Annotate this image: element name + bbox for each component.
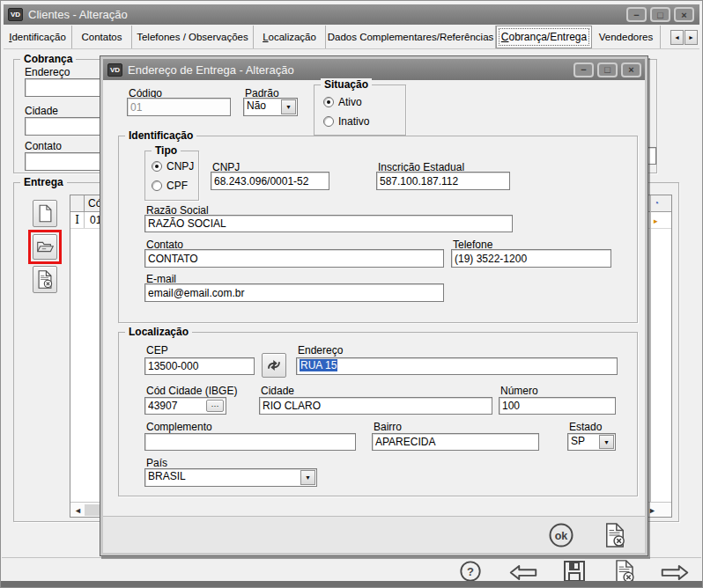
grid-selector-header	[70, 195, 85, 211]
ellipsis-icon: ···	[211, 403, 219, 408]
tab-identificacao[interactable]: Identificação	[4, 26, 72, 48]
svg-text:?: ?	[467, 565, 474, 578]
open-folder-icon	[37, 240, 54, 254]
tab-scroll-right-icon[interactable]: ►	[684, 30, 698, 45]
ok-circle-icon: ok	[548, 522, 574, 548]
clientes-window: VD Clientes - Alteração − □ × Identifica…	[0, 0, 703, 588]
identificacao-group-title: Identificação	[125, 129, 196, 142]
tipo-groupbox: Tipo CNPJ CPF	[144, 151, 199, 201]
cnpj-radio-row[interactable]: CNPJ	[152, 160, 194, 173]
app-logo-icon: VD	[8, 8, 23, 21]
chevron-down-icon[interactable]: ▼	[281, 99, 296, 114]
help-icon: ?	[459, 560, 482, 583]
forward-arrow-icon	[659, 564, 691, 581]
save-button[interactable]	[562, 560, 587, 583]
tab-bar: Identificação Contatos Telefones / Obser…	[4, 26, 699, 49]
situacao-group-title: Situação	[321, 78, 372, 91]
ativo-radio-row[interactable]: Ativo	[323, 96, 362, 108]
ativo-radio[interactable]	[323, 97, 334, 107]
window-bottom-edge	[1, 581, 702, 587]
grid-partial-column-icon: ◔	[654, 198, 659, 208]
cidade-input[interactable]	[259, 397, 492, 415]
telefone-input[interactable]	[451, 249, 611, 268]
minimize-button[interactable]: −	[626, 7, 647, 22]
cod-cidade-browse-button[interactable]: ···	[206, 400, 224, 412]
inativo-radio-label: Inativo	[338, 115, 369, 128]
contato-input[interactable]	[144, 249, 444, 268]
chevron-down-icon[interactable]: ▼	[599, 435, 614, 449]
cobranca-contato-label: Contato	[25, 140, 62, 152]
bairro-label: Bairro	[374, 421, 402, 433]
dialog-close-button[interactable]: ×	[621, 62, 641, 77]
cobranca-cidade-label: Cidade	[25, 105, 58, 117]
tab-localizacao[interactable]: Localização	[254, 26, 326, 48]
endereco-label: Endereço	[298, 344, 343, 356]
complemento-input[interactable]	[144, 433, 356, 451]
numero-label: Número	[500, 385, 538, 397]
cidade-label: Cidade	[261, 385, 294, 397]
estado-select[interactable]: SP ▼	[567, 433, 616, 451]
padrao-select[interactable]: Não ▼	[243, 98, 298, 116]
entrega-open-button[interactable]	[33, 234, 57, 260]
pais-label: País	[146, 457, 167, 469]
text-cursor-icon: I	[70, 212, 85, 228]
inativo-radio-row[interactable]: Inativo	[323, 115, 369, 128]
cpf-radio[interactable]	[152, 180, 162, 191]
endereco-input[interactable]: RUA 15	[296, 357, 618, 375]
bairro-input[interactable]	[372, 433, 539, 451]
entrega-new-button[interactable]	[33, 200, 57, 227]
maximize-button[interactable]: □	[650, 7, 670, 22]
entrega-delete-button[interactable]	[33, 266, 57, 293]
complemento-label: Complemento	[146, 421, 212, 433]
cnpj-radio[interactable]	[152, 161, 162, 172]
scroll-left-icon[interactable]: ◄	[71, 503, 85, 517]
tab-telefones-observacoes[interactable]: Telefones / Observações	[132, 26, 254, 48]
save-floppy-icon	[563, 560, 586, 583]
dialog-maximize-button[interactable]: □	[597, 62, 618, 77]
cpf-radio-row[interactable]: CPF	[152, 180, 188, 192]
forward-button[interactable]	[658, 563, 692, 581]
entrega-group-title: Entrega	[20, 176, 67, 188]
cep-label: CEP	[146, 344, 168, 356]
email-input[interactable]	[144, 283, 444, 302]
back-arrow-icon	[507, 564, 539, 581]
cep-input[interactable]	[144, 357, 255, 375]
estado-value: SP	[568, 434, 598, 450]
help-button[interactable]: ?	[458, 561, 483, 582]
ok-button[interactable]: ok	[548, 522, 574, 548]
cnpj-input[interactable]	[211, 172, 329, 190]
chevron-down-icon[interactable]: ▼	[300, 470, 315, 485]
situacao-groupbox: Situação Ativo Inativo	[314, 85, 406, 136]
dialog-cancel-button[interactable]	[603, 521, 626, 548]
svg-text:ok: ok	[555, 530, 568, 542]
grid-partial-row-marker: ▸	[654, 217, 658, 225]
tab-contatos[interactable]: Contatos	[72, 26, 132, 48]
main-titlebar: VD Clientes - Alteração − □ ×	[4, 4, 699, 25]
document-cancel-icon	[37, 270, 53, 289]
estado-label: Estado	[569, 421, 602, 433]
back-button[interactable]	[507, 563, 540, 581]
grid-column-divider	[650, 195, 651, 502]
numero-input[interactable]	[499, 397, 616, 415]
endereco-entrega-dialog: VD Endereço de Entrega - Alteração − □ ×…	[100, 55, 648, 556]
tab-scroll-left-icon[interactable]: ◄	[670, 30, 684, 45]
cpf-radio-label: CPF	[166, 180, 188, 192]
cancel-button[interactable]	[612, 559, 637, 584]
close-button[interactable]: ×	[674, 7, 694, 22]
bottom-toolbar: ?	[2, 557, 701, 583]
cep-lookup-button[interactable]	[262, 353, 286, 378]
dialog-titlebar: VD Endereço de Entrega - Alteração − □ ×	[103, 59, 645, 80]
tipo-group-title: Tipo	[152, 144, 181, 157]
inativo-radio[interactable]	[323, 116, 334, 127]
tab-dados-complementares[interactable]: Dados Complementares/Referências	[326, 26, 496, 48]
dialog-title: Endereço de Entrega - Alteração	[128, 63, 294, 77]
inscricao-estadual-input[interactable]	[376, 172, 510, 190]
document-cancel-icon	[614, 560, 635, 584]
razao-social-input[interactable]	[144, 215, 513, 232]
pais-select[interactable]: BRASIL ▼	[144, 468, 317, 487]
dialog-minimize-button[interactable]: −	[574, 62, 594, 77]
tab-vendedores[interactable]: Vendedores	[592, 26, 661, 48]
tab-cobranca-entrega[interactable]: Cobrança/Entrega	[496, 26, 592, 48]
window-title: Clientes - Alteração	[28, 8, 128, 21]
pais-value: BRASIL	[145, 469, 300, 486]
